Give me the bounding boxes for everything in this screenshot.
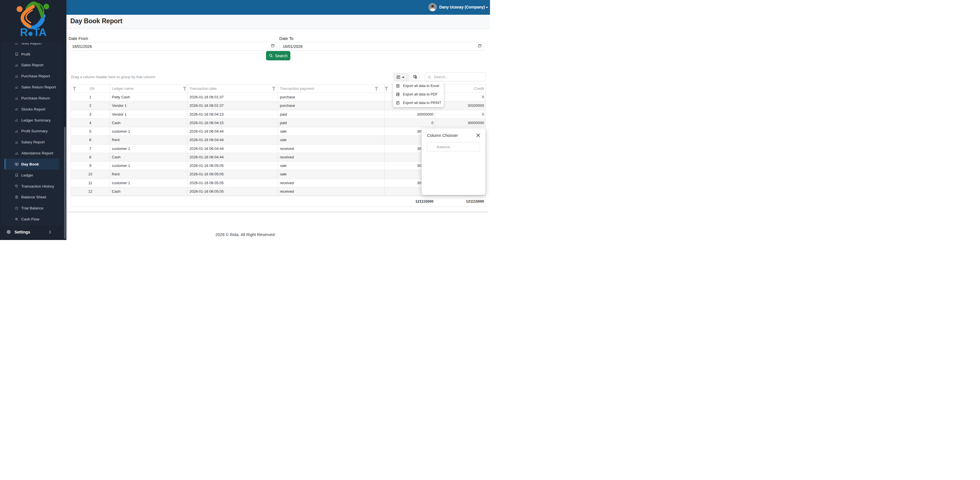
svg-text:xls: xls bbox=[396, 85, 399, 87]
svg-text:pdf: pdf bbox=[396, 93, 399, 95]
